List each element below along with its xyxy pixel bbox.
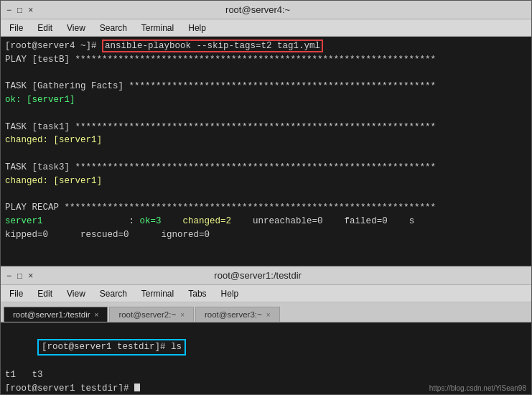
menu-help[interactable]: Help [182,22,212,34]
bottom-title-bar: − □ × root@server1:/testdir [1,266,531,285]
top-terminal-content: [root@server4 ~]# ansible-playbook --ski… [1,37,531,269]
bottom-menu-terminal[interactable]: Terminal [136,287,179,300]
bottom-close-button[interactable]: × [28,271,33,280]
term-line-2: PLAY [testB] ***************************… [5,53,527,67]
tab-server1-label: root@server1:/testdir [13,310,90,319]
tab-server2[interactable]: root@server2:~ × [109,307,194,322]
tab-bar: root@server1:/testdir × root@server2:~ ×… [1,302,531,322]
top-window-title: root@server4:~ [33,4,482,15]
bottom-maximize-button[interactable]: □ [17,271,22,280]
bottom-terminal-content: [root@server1 testdir]# ls t1 t3 [root@s… [1,322,531,391]
command-highlight: ansible-playbook --skip-tags=t2 tag1.yml [102,40,323,52]
bottom-terminal: − □ × root@server1:/testdir File Edit Vi… [0,266,532,395]
top-terminal: − □ × root@server4:~ File Edit View Sear… [0,0,532,269]
term-line-5: ok: [server1] [5,93,527,107]
menu-file[interactable]: File [4,22,29,34]
watermark: https://blog.csdn.net/YiSean98 [429,384,526,392]
term-line-6 [5,107,527,121]
bottom-menu-edit[interactable]: Edit [32,287,58,300]
tab-server3-label: root@server3:~ [205,310,262,319]
bottom-line-1: [root@server1 testdir]# ls [5,325,527,368]
bottom-window-title: root@server1:/testdir [33,270,482,281]
maximize-button[interactable]: □ [17,6,22,14]
term-line-10: TASK [task3] ***************************… [5,161,527,175]
term-line-7: TASK [task1] ***************************… [5,121,527,134]
term-line-11: changed: [server1] [5,175,527,188]
menu-edit[interactable]: Edit [32,22,58,34]
ls-command-highlight: [root@server1 testdir]# ls [37,339,186,356]
term-line-4: TASK [Gathering Facts] *****************… [5,80,527,93]
term-line-8: changed: [server1] [5,134,527,147]
tab-server2-close[interactable]: × [180,311,185,319]
bottom-minimize-button[interactable]: − [6,271,11,280]
term-line-9 [5,147,527,161]
term-line-13: PLAY RECAP *****************************… [5,201,527,215]
menu-view[interactable]: View [61,22,91,34]
bottom-menu-bar: File Edit View Search Terminal Tabs Help [1,285,531,302]
term-line-3 [5,67,527,80]
tab-server2-label: root@server2:~ [118,310,176,319]
top-window-controls[interactable]: − □ × [6,6,33,14]
tab-server1-close[interactable]: × [95,311,99,319]
top-title-bar: − □ × root@server4:~ [1,1,531,19]
bottom-menu-search[interactable]: Search [94,287,133,300]
bottom-menu-view[interactable]: View [61,287,91,300]
menu-search[interactable]: Search [94,22,133,34]
top-menu-bar: File Edit View Search Terminal Help [1,19,531,37]
tab-server3[interactable]: root@server3:~ × [195,307,280,322]
term-line-14: server1 : ok=3 changed=2 unreachable=0 f… [5,215,527,228]
bottom-menu-help[interactable]: Help [215,287,245,300]
close-button[interactable]: × [28,6,33,14]
bottom-line-2: t1 t3 [5,368,527,382]
bottom-menu-tabs[interactable]: Tabs [182,287,212,300]
menu-terminal[interactable]: Terminal [136,22,179,34]
tab-server3-close[interactable]: × [266,311,271,319]
bottom-menu-file[interactable]: File [4,287,29,300]
term-line-1: [root@server4 ~]# ansible-playbook --ski… [5,40,527,53]
term-line-12 [5,187,527,201]
bottom-window-controls[interactable]: − □ × [6,271,33,280]
minimize-button[interactable]: − [6,6,11,14]
tab-server1[interactable]: root@server1:/testdir × [4,307,108,322]
terminal-cursor [134,384,140,391]
term-line-15: kipped=0 rescued=0 ignored=0 [5,228,527,242]
